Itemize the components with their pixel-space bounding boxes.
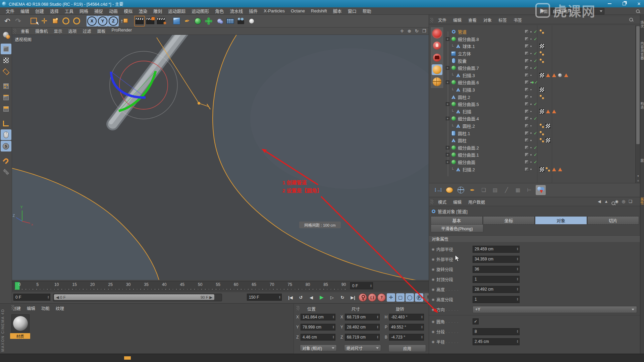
menu-item[interactable]: Redshift — [308, 8, 330, 13]
preview-range-slider[interactable]: ◀ 0 F90 F ▶ — [53, 294, 222, 301]
layer-square[interactable] — [525, 87, 529, 92]
phong-tag-icon[interactable] — [540, 124, 544, 128]
object-row[interactable]: └扫描.3 — [444, 86, 635, 94]
steps-tool-icon[interactable]: ▤ — [490, 185, 500, 195]
attr-input[interactable]: 1▲▼ — [473, 296, 520, 303]
sphere-project-icon[interactable] — [444, 185, 454, 195]
menu-item[interactable]: 选项 — [65, 28, 80, 34]
expand-toggle[interactable]: + — [446, 66, 449, 70]
enabled-check-icon[interactable]: ✓ — [534, 58, 537, 63]
menu-item[interactable]: Octane — [288, 8, 308, 13]
points-mode-button[interactable] — [1, 81, 11, 92]
texture-mode-button[interactable] — [1, 55, 11, 66]
menu-item[interactable]: 编辑 — [450, 199, 465, 205]
warning-tag-icon[interactable] — [552, 110, 556, 113]
enable-axis-button[interactable] — [1, 118, 11, 129]
attr-input[interactable]: 2.45 cm▲▼ — [473, 338, 520, 345]
menu-item[interactable]: 选择 — [47, 8, 62, 14]
menu-item[interactable]: 对象 — [480, 17, 495, 23]
object-row[interactable]: └扫描 — [444, 108, 635, 115]
search-icon[interactable] — [629, 18, 633, 22]
menu-item[interactable]: 雕刻 — [150, 8, 165, 14]
camera-preset-icon[interactable] — [432, 52, 442, 63]
lock-y-axis-button[interactable]: Y — [97, 16, 108, 26]
menu-item[interactable]: 编辑 — [17, 8, 32, 14]
enabled-check-icon[interactable]: ✓ — [534, 145, 537, 150]
menu-item[interactable]: 网格 — [76, 8, 91, 14]
coords-input[interactable]: -4.723 °▲▼ — [389, 334, 424, 341]
menu-item[interactable]: 动画 — [106, 8, 121, 14]
goto-start-button[interactable]: |◀ — [286, 293, 295, 302]
pan-view-icon[interactable]: ✛ — [399, 28, 405, 34]
warning-tag-icon[interactable] — [552, 168, 556, 171]
render-dots[interactable] — [530, 52, 532, 55]
tab-2[interactable]: 坐标 — [483, 216, 535, 225]
add-camera-menu-button[interactable] — [235, 16, 246, 26]
plane-cut-icon[interactable]: ▦ — [513, 185, 523, 195]
add-metaball-menu-button[interactable] — [214, 16, 225, 26]
object-row[interactable]: +细分曲面.5✓ — [444, 101, 635, 108]
material-thumbnail[interactable] — [11, 314, 30, 333]
undo-button[interactable]: ↶ — [2, 16, 13, 26]
render-dots[interactable] — [530, 31, 532, 34]
render-dots[interactable] — [530, 45, 532, 48]
back-arrow-icon[interactable]: ◀ — [598, 199, 601, 204]
layer-tool-icon[interactable]: ❏ — [479, 185, 489, 195]
menu-item[interactable]: 捕捉 — [91, 8, 106, 14]
add-floor-menu-button[interactable] — [225, 16, 235, 26]
menu-item[interactable]: 编辑 — [24, 305, 38, 311]
attr-input[interactable]: 28.492 cm▲▼ — [473, 286, 520, 293]
timeline-ruler[interactable]: 051015202530354045505560657075808590 0 F… — [12, 281, 429, 291]
workplane-mode-button[interactable] — [1, 66, 11, 77]
render-dots[interactable] — [530, 74, 532, 77]
object-row[interactable]: 圆柱.2 — [444, 93, 635, 101]
tab-1[interactable]: 基本 — [431, 216, 483, 225]
render-dots[interactable] — [530, 96, 532, 99]
layer-square[interactable] — [525, 51, 529, 56]
phong-tag-icon[interactable] — [540, 59, 544, 63]
target-icon[interactable]: ◎ — [622, 199, 625, 204]
object-row[interactable]: +细分曲面.8✓ — [444, 36, 635, 43]
menu-item[interactable]: 工具 — [62, 8, 76, 14]
render-dots[interactable] — [530, 132, 532, 135]
toggle-views-icon[interactable]: ❐ — [421, 28, 427, 34]
coords-input[interactable]: 68.719 cm▲▼ — [345, 314, 380, 320]
polygons-mode-button[interactable] — [1, 104, 11, 114]
expand-toggle[interactable]: + — [446, 160, 449, 164]
menu-item[interactable]: 渲染 — [136, 8, 150, 14]
menu-item[interactable]: 功能 — [38, 305, 53, 311]
render-dots[interactable] — [530, 117, 532, 120]
object-row[interactable]: +细分曲面✓ — [444, 159, 635, 166]
close-button[interactable]: ✕ — [637, 1, 641, 6]
attr-input[interactable]: 36▲▼ — [473, 266, 520, 273]
layer-square[interactable] — [525, 37, 529, 41]
coordinate-system-button[interactable]: ↑ — [119, 16, 129, 26]
dock-tab-5[interactable]: 属性 — [640, 197, 644, 205]
warning-tag-icon[interactable] — [564, 73, 568, 77]
next-key-button[interactable]: ↻ — [338, 293, 347, 302]
enabled-check-icon[interactable]: ✓ — [534, 80, 538, 85]
panel-grip[interactable] — [430, 18, 433, 22]
enable-snap-button[interactable]: S — [1, 141, 11, 152]
enabled-check-icon[interactable]: ✓ — [534, 131, 537, 136]
dock-tab-3[interactable]: 构造 — [640, 102, 644, 109]
autokey-button[interactable]: ( ) — [368, 293, 376, 302]
tweak-mode-button[interactable] — [1, 129, 11, 140]
tab-3[interactable]: 对象 — [535, 216, 587, 225]
menu-item[interactable]: 摄像机 — [32, 28, 51, 34]
line-cut-icon[interactable]: ⊢ — [524, 185, 534, 195]
coords-input[interactable]: 49.552 °▲▼ — [389, 324, 424, 330]
add-cube-menu-button[interactable] — [171, 16, 182, 26]
coords-input[interactable]: 141.864 cm▲▼ — [301, 314, 335, 320]
panel-grip[interactable] — [430, 199, 433, 204]
menu-item[interactable]: 流水线 — [227, 8, 246, 14]
enabled-check-icon[interactable]: ✓ — [534, 65, 537, 70]
coords-input[interactable]: 78.998 cm▲▼ — [301, 324, 335, 330]
edges-mode-button[interactable] — [1, 92, 11, 103]
expand-toggle[interactable]: + — [446, 117, 449, 120]
polygon-pen-icon[interactable]: ✒ — [467, 185, 477, 195]
render-dots[interactable] — [530, 168, 532, 171]
enabled-check-icon[interactable]: ✓ — [534, 51, 537, 56]
render-dots[interactable] — [530, 146, 532, 149]
render-picture-viewer-button[interactable] — [145, 16, 156, 26]
